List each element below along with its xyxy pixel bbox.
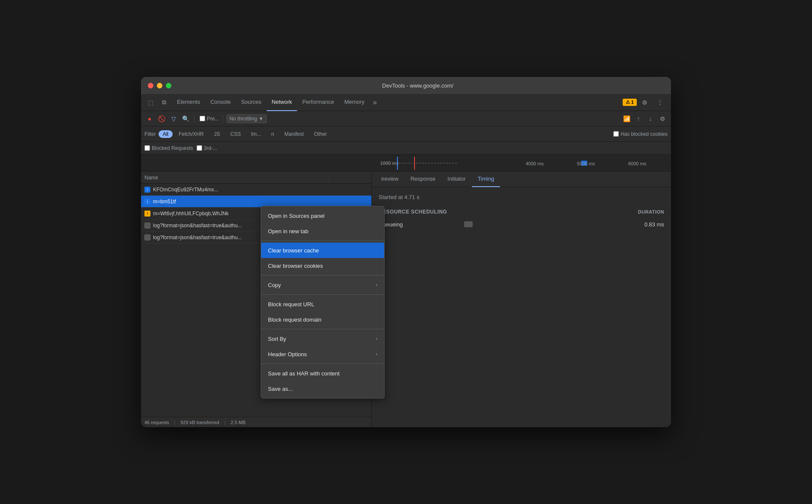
clear-button[interactable]: 🚫 (156, 114, 167, 124)
devtools-tab-bar: ⬚ ⧉ Elements Console Sources Network Per… (141, 94, 671, 111)
timing-bar (464, 221, 473, 227)
menu-item-sort-by-label: Sort By (268, 336, 376, 342)
tab-sources[interactable]: Sources (236, 94, 267, 111)
menu-item-block-url[interactable]: Block request URL (261, 296, 384, 312)
filter-right: Has blocked cookies (613, 131, 668, 137)
gear-icon[interactable]: ⚙ (657, 114, 668, 124)
menu-separator-1 (261, 240, 384, 241)
menu-item-save-har-label: Save all as HAR with content (268, 370, 377, 377)
record-button[interactable]: ● (144, 114, 155, 124)
menu-item-clear-cache[interactable]: Clear browser cache (261, 243, 384, 258)
menu-item-open-sources[interactable]: Open in Sources panel (261, 208, 384, 223)
menu-item-block-url-label: Block request URL (268, 301, 377, 308)
blocked-requests-input[interactable] (144, 145, 150, 151)
req-icon-0: i (144, 187, 150, 193)
name-column-header[interactable]: Name (141, 172, 329, 183)
svg-text:6000 ms: 6000 ms (628, 161, 647, 166)
timing-section-label: Resource Scheduling (379, 209, 447, 215)
req-icon-1: i (144, 199, 150, 205)
menu-item-open-new-tab[interactable]: Open in new tab (261, 223, 384, 239)
toolbar-icon-group: 📶 ↑ ↓ ⚙ (621, 114, 668, 124)
search-button[interactable]: 🔍 (180, 114, 191, 124)
filter-chip-js[interactable]: JS (210, 130, 224, 138)
filter-label: Filter (144, 131, 156, 137)
minimize-button[interactable] (157, 83, 162, 88)
divider-1 (194, 115, 194, 123)
timing-row-queueing-duration: 0.83 ms (630, 221, 664, 228)
throttling-select[interactable]: No throttling ▼ (227, 114, 267, 123)
req-icon-4 (144, 234, 150, 240)
preserve-log-input[interactable] (200, 116, 205, 121)
filter-chip-img[interactable]: Im... (247, 130, 265, 138)
req-icon-3 (144, 223, 150, 229)
req-name-4: log?format=json&hasfast=true&authu... (153, 234, 242, 240)
tab-memory[interactable]: Memory (339, 94, 370, 111)
filter-chip-other[interactable]: Other (310, 130, 331, 138)
maximize-button[interactable] (166, 83, 171, 88)
status-divider-2: | (224, 420, 226, 425)
download-icon[interactable]: ↓ (645, 114, 656, 124)
status-requests: 46 requests (144, 420, 169, 425)
timing-row-queueing: Queueing 0.83 ms (379, 218, 664, 230)
third-party-input[interactable] (197, 145, 202, 151)
preserve-log-label: Pre... (207, 116, 219, 122)
detail-tabs: ireview Response Initiator Timing (372, 172, 671, 187)
preserve-log-checkbox[interactable]: Pre... (200, 116, 219, 122)
tab-network[interactable]: Network (267, 94, 297, 111)
menu-item-clear-cookies[interactable]: Clear browser cookies (261, 258, 384, 273)
menu-separator-5 (261, 363, 384, 364)
menu-separator-4 (261, 329, 384, 329)
warning-badge[interactable]: ⚠ 1 (623, 99, 637, 106)
blocked-requests-checkbox[interactable]: Blocked Requests (144, 145, 193, 151)
detail-tab-response[interactable]: Response (404, 172, 441, 187)
upload-icon[interactable]: ↑ (633, 114, 644, 124)
tab-elements[interactable]: Elements (172, 94, 205, 111)
tab-console[interactable]: Console (205, 94, 236, 111)
close-button[interactable] (148, 83, 153, 88)
menu-item-copy[interactable]: Copy › (261, 277, 384, 293)
status-size: 2.5 MB (231, 420, 246, 425)
filter-bar: Filter All Fetch/XHR JS CSS Im... n Mani… (141, 126, 671, 142)
network-toolbar: ● 🚫 ▽ 🔍 Pre... No throttling ▼ 📶 ↑ ↓ ⚙ (141, 111, 671, 126)
request-list-header: Name (141, 172, 371, 184)
filter-chip-n[interactable]: n (267, 130, 279, 138)
detail-tab-preview[interactable]: ireview (375, 172, 404, 187)
menu-item-save-har[interactable]: Save all as HAR with content (261, 366, 384, 381)
menu-item-sort-by[interactable]: Sort By › (261, 331, 384, 346)
filter-chip-fetch-xhr[interactable]: Fetch/XHR (174, 130, 208, 138)
tab-performance[interactable]: Performance (297, 94, 339, 111)
settings-icon[interactable]: ⚙ (638, 97, 650, 108)
filter-button[interactable]: ▽ (168, 114, 179, 124)
filter-chip-manifest[interactable]: Manifest (280, 130, 308, 138)
filter-chip-all[interactable]: All (159, 130, 173, 138)
detail-content: Started at 4.71 s Resource Scheduling DU… (372, 187, 671, 427)
wifi-icon[interactable]: 📶 (621, 114, 632, 124)
menu-item-block-domain[interactable]: Block request domain (261, 312, 384, 327)
more-options-icon[interactable]: ⋮ (654, 97, 666, 108)
req-name-3: log?format=json&hasfast=true&authu... (153, 223, 242, 229)
has-blocked-cookies-checkbox[interactable] (613, 131, 619, 137)
timing-row-queueing-label: Queueing (379, 221, 464, 228)
detail-tab-timing[interactable]: Timing (472, 172, 500, 187)
filter-chip-css[interactable]: CSS (226, 130, 245, 138)
request-item-0[interactable]: i KFOmCnqEu92FrTMu4mx... (141, 184, 371, 196)
timing-started: Started at 4.71 s (379, 194, 664, 200)
menu-item-copy-label: Copy (268, 282, 376, 288)
device-icon[interactable]: ⧉ (158, 97, 170, 108)
third-party-checkbox[interactable]: 3rd-... (197, 145, 217, 151)
req-name-2: m=Wt6vjf,hhhU8,FCpbqb,WhJNk (153, 211, 229, 217)
menu-separator-2 (261, 275, 384, 275)
timing-bar-area (464, 221, 630, 227)
detail-tab-initiator[interactable]: Initiator (441, 172, 472, 187)
menu-item-save-as[interactable]: Save as... (261, 381, 384, 396)
tabs-overflow-button[interactable]: » (370, 99, 380, 106)
has-blocked-cookies[interactable]: Has blocked cookies (613, 131, 668, 137)
divider-2 (223, 115, 223, 123)
inspect-icon[interactable]: ⬚ (144, 97, 156, 108)
menu-item-header-options[interactable]: Header Options › (261, 346, 384, 362)
status-bar: 46 requests | 929 kB transferred | 2.5 M… (141, 417, 371, 427)
devtools-window: DevTools - www.google.com/ ⬚ ⧉ Elements … (141, 77, 671, 427)
menu-item-save-as-label: Save as... (268, 386, 377, 392)
context-menu: Open in Sources panel Open in new tab Cl… (261, 206, 385, 399)
menu-item-clear-cookies-label: Clear browser cookies (268, 263, 377, 269)
